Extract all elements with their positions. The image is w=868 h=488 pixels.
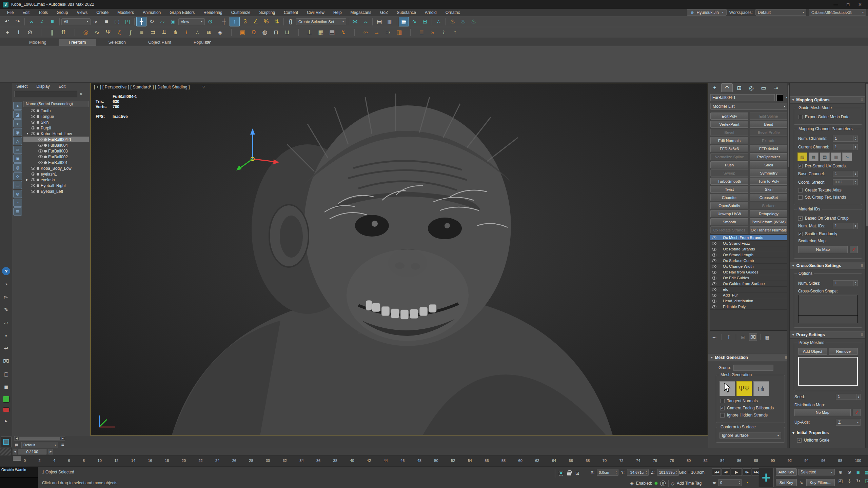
scattering-map-button[interactable]: No Map xyxy=(798,246,848,253)
move-gizmo[interactable] xyxy=(226,126,280,180)
ox-export[interactable]: ⊓ xyxy=(271,27,281,37)
modifier-eye-icon[interactable] xyxy=(712,253,716,257)
angle-snap-toggle[interactable]: ∠ ▾ xyxy=(251,17,261,26)
distribution-map-enable-toggle[interactable]: ✓ xyxy=(853,409,861,416)
filter-bones[interactable]: ⊹ xyxy=(13,172,22,180)
timeline-tick[interactable]: 14 xyxy=(131,459,135,463)
timeline-tick[interactable]: 62 xyxy=(535,459,539,463)
select-tool[interactable]: ▻ xyxy=(2,293,10,301)
separator[interactable]: ▾ xyxy=(371,17,374,26)
timeline-tick[interactable]: 12 xyxy=(114,459,118,463)
num-channels-spinner[interactable]: 1 ▴▾ xyxy=(833,136,858,142)
snaps-toggle[interactable]: ↑ ▾ xyxy=(230,17,240,26)
ox-lift[interactable]: ∴ xyxy=(192,27,203,37)
ox-info[interactable]: i xyxy=(13,27,24,37)
key-mode-clock-icon[interactable]: ◔ xyxy=(743,479,751,486)
modifier-eye-icon[interactable] xyxy=(712,288,716,291)
separator[interactable] xyxy=(721,333,723,341)
timeline-tick[interactable]: 36 xyxy=(316,459,320,463)
modifier-button[interactable]: Turn to Poly xyxy=(750,178,788,185)
modifier-stack-row[interactable]: Add_Fur xyxy=(710,292,788,298)
timeline-tick[interactable]: 94 xyxy=(804,459,808,463)
checkbox-row[interactable]: ✓ Ignore Hidden Strands xyxy=(720,413,781,418)
visibility-eye-icon[interactable] xyxy=(31,190,35,193)
separator[interactable]: ▾ xyxy=(58,17,61,26)
timeline-tick[interactable]: 44 xyxy=(383,459,388,463)
ox-gravity[interactable]: ⇊ xyxy=(159,27,170,37)
uv-none[interactable]: ∿ xyxy=(842,152,852,161)
zoom[interactable]: ⊕ xyxy=(837,468,844,476)
visibility-eye-icon[interactable] xyxy=(31,126,35,129)
separator[interactable] xyxy=(69,27,80,37)
object-name-field[interactable]: FurBall004-1 xyxy=(710,94,775,101)
timeline-tick[interactable]: 76 xyxy=(653,459,657,463)
zoom-all[interactable]: ⊗ xyxy=(846,468,853,476)
modifier-stack-row[interactable]: Ox Guides from Surface xyxy=(710,281,788,287)
timeline-tick[interactable]: 78 xyxy=(670,459,674,463)
visibility-eye-icon[interactable] xyxy=(31,167,35,170)
show-end-result[interactable]: ⊺ xyxy=(725,333,733,341)
distribution-map-button[interactable]: No Map xyxy=(794,409,851,416)
ribbon-tab[interactable]: Object Paint xyxy=(138,39,181,46)
modifier-stack-row[interactable]: Head_distribution xyxy=(710,298,788,304)
select-and-rotate[interactable]: ↻ ▾ xyxy=(147,17,157,26)
ox-preset-wave[interactable]: ∾ xyxy=(360,27,371,37)
modifier-button[interactable]: FFD 3x3x3 xyxy=(710,145,748,152)
timeline-tick[interactable]: 2 xyxy=(39,459,41,463)
modifier-stack-row[interactable]: Ox Surface Comb xyxy=(710,258,788,264)
checkbox[interactable]: ✓ xyxy=(798,115,803,119)
timeline-ruler[interactable]: 0246810121416182022242628303234363840424… xyxy=(0,455,868,466)
uv-spiral[interactable]: ▤ xyxy=(820,152,830,161)
menu-item[interactable]: GoZ xyxy=(376,9,392,16)
ribbon-tab[interactable]: Modeling xyxy=(19,39,57,46)
menu-item[interactable]: Customize xyxy=(228,9,254,16)
modifier-button[interactable]: Edit Spline xyxy=(750,113,788,120)
ribbon-tab[interactable]: Selection xyxy=(98,39,136,46)
timeline-tick[interactable]: 60 xyxy=(518,459,522,463)
modifier-stack-row[interactable]: Ox Edit Guides xyxy=(710,275,788,281)
set-key-button[interactable]: Set Key xyxy=(776,479,797,486)
window-crossing-toggle[interactable]: ◳ ▾ xyxy=(122,17,133,26)
menu-item[interactable]: Megascans xyxy=(347,9,375,16)
zoom-region[interactable]: ◰ xyxy=(837,477,844,485)
maximize-button[interactable]: □ xyxy=(847,2,849,7)
rollout-cross-section-settings[interactable]: ▾ Cross-Section Settings ⠿ xyxy=(790,262,866,269)
modifier-list-dropdown[interactable]: Modifier List ▾ xyxy=(710,103,788,110)
menu-item[interactable]: Views xyxy=(73,9,91,16)
rollout-mapping-options[interactable]: ▾ Mapping Options ⠿ xyxy=(790,96,866,104)
modifier-eye-icon[interactable] xyxy=(712,300,716,303)
filter-list[interactable]: ≣ xyxy=(13,207,22,216)
ox-clump[interactable]: Ψ xyxy=(103,27,114,37)
time-slider-value[interactable]: 0 / 100 xyxy=(18,449,46,454)
timeline-tick[interactable]: 8 xyxy=(83,459,85,463)
ox-multiplier[interactable]: ≡ xyxy=(136,27,147,37)
tab-utilities[interactable]: ⊸ xyxy=(770,83,782,92)
checkbox[interactable]: ✓ xyxy=(720,399,725,403)
redo[interactable]: ↷ ▾ xyxy=(13,17,23,26)
modifier-button[interactable]: Extrude xyxy=(750,137,788,144)
ox-sphere[interactable]: ◍ xyxy=(259,27,270,37)
previous-frame[interactable]: ◀‖ xyxy=(722,468,730,476)
tab-hierarchy[interactable]: ⊞ xyxy=(733,83,745,92)
scene-object-row[interactable]: FurBall002 xyxy=(23,154,89,160)
project-folder-dropdown[interactable]: C:\Users\JIN\Desktop\KG ▾ xyxy=(809,9,866,16)
explorer-sort-header[interactable]: Name (Sorted Descending) xyxy=(23,101,89,107)
filter-helpers[interactable]: △ xyxy=(13,137,22,145)
rollout-inherited-properties[interactable]: ▾ Inherited Properties xyxy=(790,445,866,448)
checkbox[interactable]: ✓ xyxy=(798,232,803,236)
ox-guides-lock[interactable]: ∥ xyxy=(47,27,58,37)
menu-item[interactable]: Tools xyxy=(35,9,52,16)
num-mat-ids-spinner[interactable]: 1 ▴▾ xyxy=(833,223,858,229)
timeline-tick[interactable]: 68 xyxy=(586,459,590,463)
visibility-eye-icon[interactable] xyxy=(38,155,43,158)
modifier-stack-row[interactable]: Ox Change Width xyxy=(710,264,788,269)
menu-item[interactable]: Scripting xyxy=(255,9,279,16)
separator[interactable]: ▾ xyxy=(133,17,136,26)
ox-hair-grid[interactable]: ▦ xyxy=(315,27,326,37)
add-time-tag[interactable]: Add Time Tag xyxy=(677,481,702,486)
rendered-frame-window[interactable]: ♨ ▾ xyxy=(458,17,468,26)
ox-ground-strands[interactable]: ⊥ xyxy=(304,27,315,37)
ox-to-strands[interactable]: ⇒ xyxy=(382,27,393,37)
render-dot-icon[interactable] xyxy=(37,115,39,118)
filter-lights[interactable]: ◐ xyxy=(13,119,22,127)
